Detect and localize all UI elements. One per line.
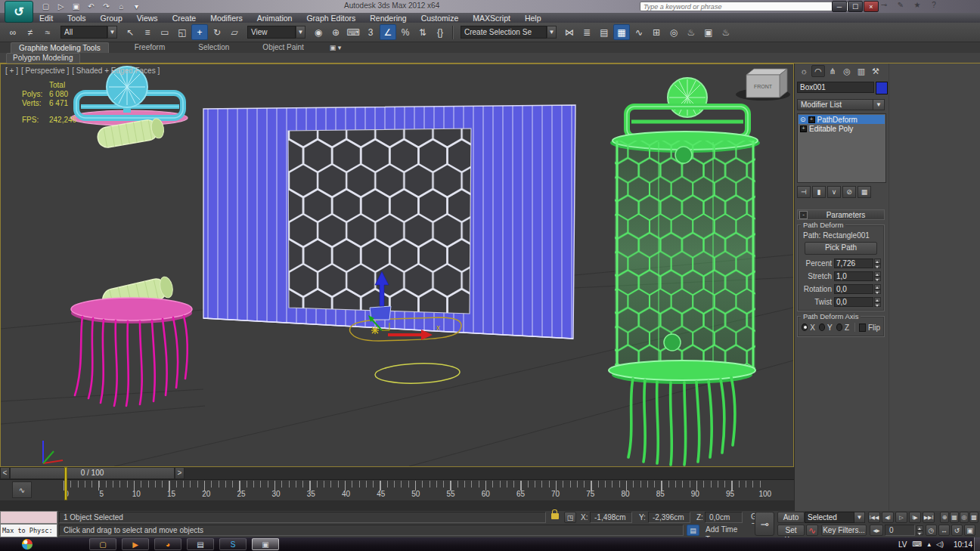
add-time-tag-label[interactable]: Add Time Tag — [702, 525, 753, 536]
pick-path-button[interactable]: Pick Path — [805, 242, 877, 255]
stretch-spinner[interactable] — [874, 271, 881, 281]
new-scene-icon[interactable]: ▢ — [39, 1, 52, 11]
chevron-down-icon[interactable]: ▼ — [873, 99, 885, 110]
quick-access-more-icon[interactable]: ▾ — [130, 1, 143, 11]
select-by-name-icon[interactable]: ≡ — [139, 24, 156, 40]
keyboard-override-icon[interactable]: ⌨ — [345, 24, 361, 40]
taskbar-explorer-icon[interactable]: ▢ — [89, 538, 116, 550]
edit-named-sets-icon[interactable]: {} — [432, 24, 448, 40]
bind-to-space-warp-icon[interactable]: ≈ — [39, 24, 56, 40]
chevron-down-icon[interactable]: ▼ — [854, 512, 865, 523]
time-slider[interactable]: 0 / 100 — [10, 467, 175, 479]
configure-modifier-sets-icon[interactable]: ▦ — [858, 186, 871, 198]
object-cyan-headboard[interactable] — [71, 67, 188, 149]
schematic-view-icon[interactable]: ⊞ — [648, 24, 665, 40]
menu-customize[interactable]: Customize — [421, 14, 459, 23]
play-button[interactable]: ▷ — [895, 512, 907, 523]
tray-volume-icon[interactable]: ◁) — [936, 540, 944, 548]
viewport-menu-pov[interactable]: [ Perspective ] — [21, 67, 69, 75]
rotation-field[interactable]: 0,0 — [834, 284, 873, 294]
x-coordinate-field[interactable]: -1,498cm — [590, 512, 632, 523]
unlink-selection-icon[interactable]: ≠ — [22, 24, 39, 40]
menu-graph-editors[interactable]: Graph Editors — [306, 14, 355, 23]
render-production-icon[interactable]: ♨ — [718, 24, 734, 40]
align-icon[interactable]: ≣ — [578, 24, 595, 40]
reference-coordinate-dropdown[interactable]: View ▼ — [247, 26, 305, 39]
rotation-spinner[interactable] — [874, 284, 881, 294]
object-green-cylinder[interactable] — [609, 78, 760, 465]
axis-x-radio[interactable] — [802, 323, 808, 331]
rollout-header[interactable]: - Parameters — [797, 209, 885, 220]
object-green-tentacles[interactable] — [628, 377, 735, 465]
utilities-tab-icon[interactable]: ⚒ — [869, 65, 882, 77]
twist-spinner[interactable] — [874, 297, 881, 307]
menu-edit[interactable]: Edit — [39, 14, 53, 23]
selection-lock-icon[interactable] — [551, 513, 559, 519]
window-crossing-icon[interactable]: ◱ — [174, 24, 191, 40]
tray-show-hidden-icon[interactable]: ▴ — [928, 540, 932, 548]
select-and-manipulate-icon[interactable]: ⊕ — [327, 24, 344, 40]
communication-center-icon[interactable]: ✎ — [895, 1, 906, 9]
show-desktop-button[interactable] — [974, 537, 980, 551]
layer-manager-icon[interactable]: ▤ — [596, 24, 612, 40]
modify-tab-icon[interactable]: ◠ — [811, 65, 825, 77]
menu-maxscript[interactable]: MAXScript — [473, 14, 510, 23]
time-configuration-icon[interactable]: ◷ — [926, 525, 937, 536]
view-cube[interactable]: FRONT — [736, 69, 790, 101]
viewport-menu-shading[interactable]: [ Shaded + Edged Faces ] — [72, 67, 160, 75]
percent-field[interactable]: 7,726 — [834, 258, 873, 268]
create-tab-icon[interactable]: ☼ — [797, 65, 811, 77]
restore-button[interactable]: ☐ — [848, 1, 863, 12]
taskbar-clock[interactable]: 10:14 — [954, 540, 972, 549]
tab-selection[interactable]: Selection — [191, 42, 237, 53]
rectangular-selection-icon[interactable]: ▭ — [157, 24, 173, 40]
show-end-result-icon[interactable]: ▮ — [812, 186, 826, 198]
y-coordinate-field[interactable]: -2,396cm — [648, 512, 690, 523]
maxscript-mini-listener[interactable]: Max to Physc: — [0, 524, 57, 537]
object-pink-table[interactable] — [71, 276, 192, 406]
flip-checkbox[interactable] — [859, 323, 866, 332]
object-blue-plane[interactable] — [203, 105, 575, 339]
next-frame-button[interactable]: I▶ — [909, 512, 921, 523]
tray-keyboard-icon[interactable]: ⌨ — [913, 540, 923, 548]
previous-frame-button[interactable]: ◀I — [882, 512, 894, 523]
absolute-relative-toggle-icon[interactable]: ◳ — [564, 512, 576, 523]
perspective-viewport[interactable]: [ + ] [ Perspective ] [ Shaded + Edged F… — [0, 63, 794, 467]
zoom-all-icon[interactable]: ▦ — [950, 512, 959, 523]
taskbar-skype-icon[interactable]: S — [219, 538, 247, 550]
make-unique-icon[interactable]: ∨ — [827, 186, 841, 198]
select-and-link-icon[interactable]: ∞ — [5, 24, 21, 40]
go-to-start-button[interactable]: I◀◀ — [868, 512, 880, 523]
selection-filter-dropdown[interactable]: All ▼ — [60, 26, 117, 39]
minimize-button[interactable]: ─ — [832, 1, 847, 12]
add-time-tag-icon[interactable]: ▤ — [687, 525, 699, 536]
menu-help[interactable]: Help — [525, 14, 541, 23]
display-tab-icon[interactable]: ▥ — [854, 65, 868, 77]
tab-object-paint[interactable]: Object Paint — [255, 42, 311, 53]
modifier-enabled-icon[interactable]: ⊙ — [800, 116, 806, 123]
modifier-stack[interactable]: ⊙ + PathDeform + Editable Poly — [797, 113, 886, 183]
material-editor-icon[interactable]: ◎ — [665, 24, 682, 40]
object-name-field[interactable] — [797, 82, 874, 93]
percent-snap-icon[interactable]: % — [397, 24, 414, 40]
shape-ellipse-path[interactable] — [375, 362, 461, 385]
go-to-end-button[interactable]: ▶▶I — [923, 512, 935, 523]
select-and-rotate-icon[interactable]: ↻ — [209, 24, 225, 40]
mirror-icon[interactable]: ⋈ — [561, 24, 578, 40]
chevron-down-icon[interactable]: ▼ — [107, 26, 117, 39]
modifier-list-dropdown[interactable]: Modifier List ▼ — [797, 99, 885, 110]
help-icon[interactable]: ? — [929, 1, 939, 9]
set-keys-button[interactable]: ⊸ — [755, 512, 774, 536]
set-key-button[interactable]: Set Key — [777, 525, 805, 536]
render-setup-icon[interactable]: ♨ — [683, 24, 699, 40]
menu-rendering[interactable]: Rendering — [370, 14, 406, 23]
viewport-menu-general[interactable]: [ + ] — [5, 67, 18, 75]
time-slider-playhead[interactable] — [64, 467, 67, 500]
ribbon-minimize-icon[interactable]: ▣ ▾ — [330, 44, 342, 51]
select-and-move-icon[interactable]: + — [191, 24, 208, 40]
taskbar-firefox-icon[interactable]: ◕ — [154, 538, 181, 550]
stack-item-pathdeform[interactable]: ⊙ + PathDeform — [799, 115, 885, 124]
angle-snap-icon[interactable]: ∠ — [380, 24, 396, 40]
axis-z-radio[interactable] — [836, 323, 842, 331]
pan-view-icon[interactable]: ↔ — [938, 525, 950, 536]
